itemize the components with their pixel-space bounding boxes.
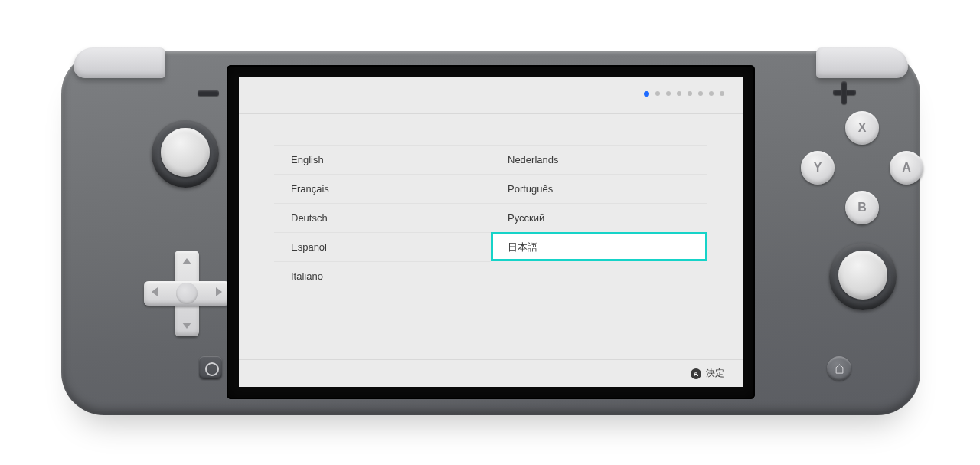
screen: EnglishNederlandsFrançaisPortuguêsDeutsc… [239, 77, 743, 387]
x-button[interactable]: X [845, 111, 879, 145]
switch-lite-console: X Y A B EnglishNederlandsFrançaisPortugu… [61, 51, 920, 415]
screen-bezel: EnglishNederlandsFrançaisPortuguêsDeutsc… [227, 65, 755, 399]
language-option[interactable]: Français [274, 174, 491, 203]
language-option[interactable]: Español [274, 232, 491, 261]
confirm-hint-label: 決定 [706, 367, 724, 380]
setup-header [239, 77, 743, 114]
step-dot [644, 91, 649, 97]
language-picker: EnglishNederlandsFrançaisPortuguêsDeutsc… [239, 114, 743, 359]
step-dot [655, 91, 660, 96]
dpad-right-icon [216, 287, 222, 296]
step-dot [688, 91, 692, 96]
home-button[interactable] [827, 356, 851, 381]
language-option[interactable]: Italiano [274, 261, 491, 290]
language-option[interactable]: Nederlands [491, 145, 707, 174]
screen-footer: A 決定 [239, 359, 743, 387]
face-buttons: X Y A B [801, 111, 923, 234]
language-option[interactable]: 日本語 [491, 232, 707, 261]
language-option[interactable]: Русский [491, 203, 707, 232]
b-button[interactable]: B [845, 191, 879, 224]
step-dot [698, 91, 703, 96]
step-indicator [644, 91, 724, 97]
language-option[interactable]: Deutsch [274, 203, 491, 232]
y-button[interactable]: Y [801, 151, 835, 185]
dpad-left-icon [152, 287, 158, 296]
plus-button[interactable] [841, 81, 847, 104]
dpad-down-icon [182, 323, 191, 329]
language-option[interactable]: Português [491, 174, 707, 203]
step-dot [677, 91, 681, 96]
dpad[interactable] [144, 251, 230, 336]
step-dot [720, 91, 724, 96]
left-stick[interactable] [152, 120, 219, 188]
minus-button[interactable] [198, 90, 219, 96]
shoulder-l[interactable] [74, 47, 165, 78]
language-option[interactable]: English [274, 145, 491, 174]
dpad-up-icon [182, 258, 191, 264]
shoulder-r[interactable] [816, 47, 908, 78]
a-hint-icon: A [691, 368, 701, 379]
right-stick[interactable] [829, 243, 897, 310]
capture-button[interactable] [199, 356, 222, 379]
a-button[interactable]: A [890, 151, 923, 185]
step-dot [666, 91, 671, 96]
step-dot [709, 91, 714, 96]
home-icon [834, 363, 845, 375]
